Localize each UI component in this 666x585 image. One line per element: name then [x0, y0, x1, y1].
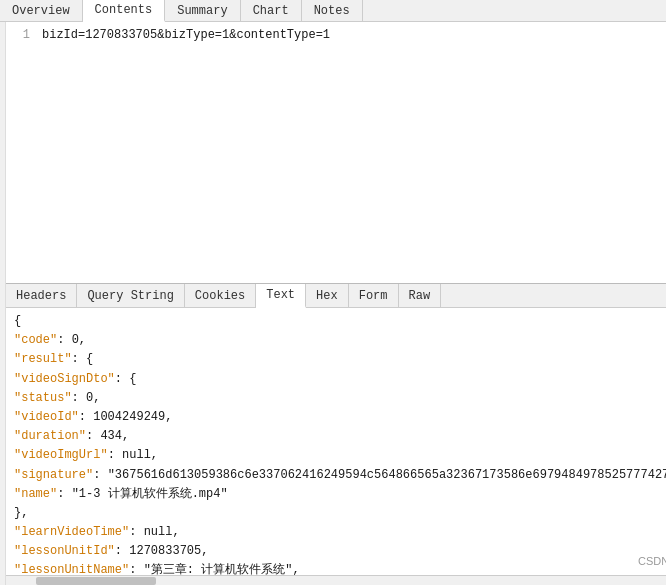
- watermark: CSDN @Amoor123: [638, 555, 666, 567]
- json-line: "status": 0,: [14, 389, 666, 408]
- top-tab-overview[interactable]: Overview: [0, 0, 83, 21]
- json-line: "signature": "3675616d613059386c6e337062…: [14, 466, 666, 485]
- bottom-tab-text[interactable]: Text: [256, 284, 306, 308]
- h-scrollbar-thumb[interactable]: [36, 577, 156, 585]
- line-number: 1: [14, 28, 30, 42]
- json-line: "videoId": 1004249249,: [14, 408, 666, 427]
- pane-wrapper: 1 bizId=1270833705&bizType=1&contentType…: [6, 22, 666, 585]
- json-line: "duration": 434,: [14, 427, 666, 446]
- upper-pane: 1 bizId=1270833705&bizType=1&contentType…: [6, 22, 666, 284]
- top-tab-summary[interactable]: Summary: [165, 0, 240, 21]
- json-line: "learnVideoTime": null,: [14, 523, 666, 542]
- json-line: },: [14, 504, 666, 523]
- top-tab-bar: OverviewContentsSummaryChartNotes: [0, 0, 666, 22]
- bottom-tab-raw[interactable]: Raw: [399, 284, 442, 307]
- top-tab-notes[interactable]: Notes: [302, 0, 363, 21]
- query-line: 1 bizId=1270833705&bizType=1&contentType…: [6, 22, 666, 48]
- bottom-tab-headers[interactable]: Headers: [6, 284, 77, 307]
- bottom-tab-cookies[interactable]: Cookies: [185, 284, 256, 307]
- json-line: "code": 0,: [14, 331, 666, 350]
- top-tab-chart[interactable]: Chart: [241, 0, 302, 21]
- json-line: "lessonUnitName": "第三章: 计算机软件系统",: [14, 561, 666, 575]
- bottom-tab-bar: HeadersQuery StringCookiesTextHexFormRaw: [6, 284, 666, 308]
- json-container: { "code": 0, "result": { "videoSignDto":…: [14, 312, 666, 575]
- json-line: "videoSignDto": {: [14, 370, 666, 389]
- json-line: "result": {: [14, 350, 666, 369]
- json-line: "name": "1-3 计算机软件系统.mp4": [14, 485, 666, 504]
- query-text: bizId=1270833705&bizType=1&contentType=1: [42, 28, 330, 42]
- bottom-tab-form[interactable]: Form: [349, 284, 399, 307]
- h-scrollbar[interactable]: [6, 575, 666, 585]
- json-line: "videoImgUrl": null,: [14, 446, 666, 465]
- top-tab-contents[interactable]: Contents: [83, 0, 166, 22]
- json-line: {: [14, 312, 666, 331]
- scroll-area: 1 bizId=1270833705&bizType=1&contentType…: [0, 22, 666, 585]
- lower-pane: { "code": 0, "result": { "videoSignDto":…: [6, 308, 666, 575]
- json-line: "lessonUnitId": 1270833705,: [14, 542, 666, 561]
- bottom-tab-hex[interactable]: Hex: [306, 284, 349, 307]
- main-container: OverviewContentsSummaryChartNotes 1 bizI…: [0, 0, 666, 585]
- bottom-tab-query-string[interactable]: Query String: [77, 284, 184, 307]
